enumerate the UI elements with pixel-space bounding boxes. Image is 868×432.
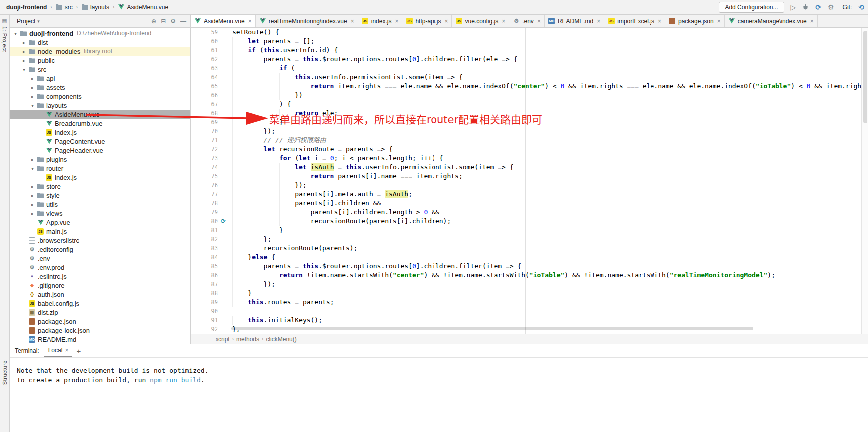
breadcrumb-item-layouts[interactable]: layouts xyxy=(80,3,111,12)
close-icon[interactable]: × xyxy=(395,18,398,25)
tree-item-package-lock-json[interactable]: package-lock.json xyxy=(10,326,190,335)
terminal-output[interactable]: Note that the development build is not o… xyxy=(10,358,868,432)
editor-breadcrumb-item-script[interactable]: script xyxy=(216,336,230,343)
chevron-right-icon[interactable]: ▸ xyxy=(29,193,36,198)
tab-cameramanage-index-vue[interactable]: cameraManage\index.vue× xyxy=(725,15,818,27)
add-terminal-icon[interactable]: + xyxy=(76,347,81,354)
collapse-all-icon[interactable]: ⊟ xyxy=(161,18,166,25)
tree-item-store[interactable]: ▸store xyxy=(10,182,190,191)
tree-item-assets[interactable]: ▸assets xyxy=(10,83,190,92)
tree-item-index-js[interactable]: JSindex.js xyxy=(10,173,190,182)
tab-realtimemonitoring-index-vue[interactable]: realTimeMonitoring\index.vue× xyxy=(256,15,358,27)
chevron-right-icon[interactable]: ▸ xyxy=(29,211,36,216)
code-line-84[interactable]: }else { xyxy=(232,253,861,262)
tab-http-api-js[interactable]: JShttp-api.js× xyxy=(402,15,452,27)
code-line-64[interactable]: this.userInfo.permissionList.some(item =… xyxy=(232,73,861,82)
close-icon[interactable]: × xyxy=(597,18,600,25)
close-icon[interactable]: × xyxy=(810,18,814,25)
tree-item-utils[interactable]: ▸utils xyxy=(10,200,190,209)
debug-icon[interactable] xyxy=(802,4,809,11)
tree-item-dist-zip[interactable]: ▤dist.zip xyxy=(10,308,190,317)
code-line-72[interactable]: let recursionRoute = parents => { xyxy=(232,145,861,154)
code-line-59[interactable]: setRoute() { xyxy=(232,28,861,37)
tree-item-dist[interactable]: ▸dist xyxy=(10,38,190,47)
refresh-icon[interactable]: ⟲ xyxy=(858,4,864,11)
tree-item-api[interactable]: ▸api xyxy=(10,74,190,83)
tree-item-src[interactable]: ▾src xyxy=(10,65,190,74)
breadcrumb-item-duoji-frontend[interactable]: duoji-frontend xyxy=(5,3,48,12)
close-icon[interactable]: × xyxy=(65,347,68,354)
editor-breadcrumb-item-clickmenu[interactable]: clickMenu() xyxy=(266,336,296,343)
tree-item-babel-config-js[interactable]: JSbabel.config.js xyxy=(10,299,190,308)
tree-item-app-vue[interactable]: App.vue xyxy=(10,218,190,227)
add-configuration-button[interactable]: Add Configuration... xyxy=(719,2,784,13)
code-line-67[interactable]: ) { xyxy=(232,100,861,109)
code-line-61[interactable]: if (this.userInfo.id) { xyxy=(232,46,861,55)
close-icon[interactable]: × xyxy=(537,18,541,25)
breadcrumb-item-src[interactable]: src xyxy=(54,3,74,12)
code-line-89[interactable]: this.routes = parents; xyxy=(232,298,861,307)
tree-item-node-modules[interactable]: ▸node_moduleslibrary root xyxy=(10,47,190,56)
chevron-down-icon[interactable]: ▾ xyxy=(37,19,40,24)
tree-item-plugins[interactable]: ▸plugins xyxy=(10,155,190,164)
tree-item-breadcrumb-vue[interactable]: Breadcrumb.vue xyxy=(10,119,190,128)
tree-item-views[interactable]: ▸views xyxy=(10,209,190,218)
tree-item-components[interactable]: ▸components xyxy=(10,92,190,101)
tree-item-pagecontent-vue[interactable]: PageContent.vue xyxy=(10,137,190,146)
chevron-down-icon[interactable]: ▾ xyxy=(12,31,19,36)
chevron-right-icon[interactable]: ▸ xyxy=(29,202,36,207)
chevron-right-icon[interactable]: ▸ xyxy=(20,58,28,63)
close-icon[interactable]: × xyxy=(502,18,505,25)
tree-item-router[interactable]: ▾router xyxy=(10,164,190,173)
code-line-76[interactable]: }); xyxy=(232,181,861,190)
code-line-78[interactable]: parents[i].children && xyxy=(232,199,861,208)
chevron-right-icon[interactable]: ▸ xyxy=(20,49,28,54)
editor-breadcrumb-item-methods[interactable]: methods xyxy=(236,336,259,343)
tree-item-style[interactable]: ▸style xyxy=(10,191,190,200)
code-line-80[interactable]: recursionRoute(parents[i].children); xyxy=(232,217,861,226)
tab-env[interactable]: ⚙.env× xyxy=(509,15,545,27)
code-line-75[interactable]: return parents[i].name === item.rights; xyxy=(232,172,861,181)
tree-item-main-js[interactable]: JSmain.js xyxy=(10,227,190,236)
chevron-right-icon[interactable]: ▸ xyxy=(29,76,36,81)
tab-vue-config-js[interactable]: JSvue.config.js× xyxy=(452,15,509,27)
tree-item-package-json[interactable]: package.json xyxy=(10,317,190,326)
close-icon[interactable]: × xyxy=(351,18,354,25)
tree-item-env[interactable]: ⚙.env xyxy=(10,254,190,263)
code-line-87[interactable]: }); xyxy=(232,280,861,289)
tree-item-public[interactable]: ▸public xyxy=(10,56,190,65)
tree-item-gitignore[interactable]: ◆.gitignore xyxy=(10,281,190,290)
locate-file-icon[interactable]: ⊕ xyxy=(151,18,156,25)
chevron-right-icon[interactable]: ▸ xyxy=(29,157,36,162)
hide-panel-icon[interactable]: — xyxy=(180,18,186,25)
chevron-down-icon[interactable]: ▾ xyxy=(20,67,28,72)
code-line-73[interactable]: for (let i = 0; i < parents.length; i++)… xyxy=(232,154,861,163)
tree-item-env-prod[interactable]: ⚙.env.prod xyxy=(10,263,190,272)
code-line-83[interactable]: recursionRoute(parents); xyxy=(232,244,861,253)
breadcrumb-item-asidemenu-vue[interactable]: AsideMenu.vue xyxy=(116,3,170,12)
project-panel-header[interactable]: Project ▾ ⊕⊟⚙— xyxy=(10,15,191,27)
chevron-down-icon[interactable]: ▾ xyxy=(29,103,36,108)
code-line-65[interactable]: return item.rights === ele.name && ele.n… xyxy=(232,82,861,91)
chevron-right-icon[interactable]: ▸ xyxy=(29,94,36,99)
tree-item-pageheader-vue[interactable]: PageHeader.vue xyxy=(10,146,190,155)
tree-item-index-js[interactable]: JSindex.js xyxy=(10,128,190,137)
tree-item-browserslistrc[interactable]: .browserslistrc xyxy=(10,236,190,245)
horizontal-scrollbar[interactable] xyxy=(231,327,753,330)
close-icon[interactable]: × xyxy=(248,18,252,25)
code-area[interactable]: setRoute() {let parents = [];if (this.us… xyxy=(229,28,861,334)
close-icon[interactable]: × xyxy=(717,18,721,25)
code-line-77[interactable]: parents[i].meta.auth = isAuth; xyxy=(232,190,861,199)
chevron-down-icon[interactable]: ▾ xyxy=(29,166,36,171)
code-line-66[interactable]: }) xyxy=(232,91,861,100)
tab-asidemenu-vue[interactable]: AsideMenu.vue× xyxy=(191,15,256,27)
terminal-tab-local[interactable]: Local × xyxy=(44,344,73,357)
code-line-79[interactable]: parents[i].children.length > 0 && xyxy=(232,208,861,217)
tab-readme-md[interactable]: MDREADME.md× xyxy=(545,15,604,27)
tree-item-auth-json[interactable]: {}auth.json xyxy=(10,290,190,299)
tab-index-js[interactable]: JSindex.js× xyxy=(358,15,403,27)
code-line-90[interactable] xyxy=(232,307,861,316)
chevron-right-icon[interactable]: ▸ xyxy=(20,40,28,45)
tab-package-json[interactable]: package.json× xyxy=(665,15,725,27)
code-line-60[interactable]: let parents = []; xyxy=(232,37,861,46)
